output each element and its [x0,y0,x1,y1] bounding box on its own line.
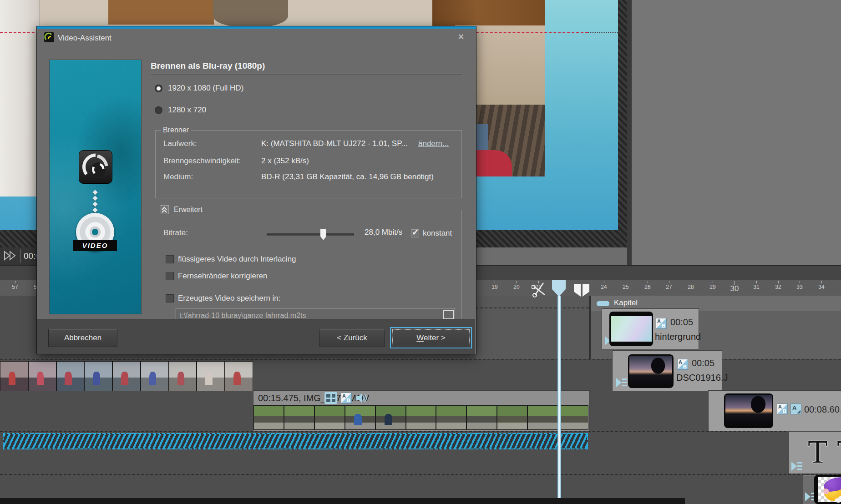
bitrate-value: 28,0 Mbit/s [365,228,402,237]
brenner-row-value: BD-R (23,31 GB Kapazität, ca. 14,96 GB b… [261,172,434,181]
magix-swirl-icon [79,150,112,184]
title-letter-clipped: T [837,435,841,468]
collapse-section-button[interactable] [160,205,169,214]
clip-thumbnail [724,393,773,428]
filmstrip-frame [141,362,168,391]
transport-divider [20,249,21,263]
clip-thumbnail [814,475,841,504]
back-button[interactable]: < Zurück [319,329,385,347]
filmstrip-frame [57,362,84,391]
title-effect-icon[interactable]: A [790,403,801,414]
dialog-heading: Brennen als Blu-ray (1080p) [151,61,265,71]
clip-name: DSC01916.J [676,373,728,383]
resolution-radio-label: 1280 x 720 [168,106,206,115]
scissors-cut-icon[interactable] [532,281,547,298]
option-checkbox-3[interactable] [166,294,174,302]
filmstrip-frame [315,406,345,429]
chapter-marker-label: Kapitel [614,298,638,307]
clip-thumbnail [609,312,653,346]
track-separator [0,474,841,475]
chapter-marker-icon [597,301,609,306]
ruler-tick-label: 31 [753,284,759,290]
filmstrip-frame [406,406,436,429]
ruler-tick-label: 19 [491,284,497,290]
photo-window [0,0,40,197]
ruler-tick-label: 32 [775,284,781,290]
transition-icon[interactable] [790,461,803,472]
close-icon[interactable]: ✕ [454,32,468,44]
brenner-row-label: Laufwerk: [163,139,197,148]
audio-speaker-icon[interactable] [355,393,368,403]
ruler-tick-label: 26 [644,284,650,290]
ruler-tick [517,281,517,283]
track-separator [0,431,841,432]
filmstrip-frame [497,406,527,429]
browse-folder-button[interactable] [443,310,454,319]
save-path-field[interactable]: t:\fahrrad-10 bluray\ganze fahrrad.m2ts [176,308,455,320]
app-logo-icon [44,32,54,42]
option-checkbox-2[interactable] [166,272,174,280]
filmstrip-frame [284,406,314,429]
option-checkbox-label: Erzeugtes Video speichern in: [178,294,281,303]
ruler-tick-label: 57 [12,284,18,290]
resolution-radio-label: 1920 x 1080 (Full HD) [168,84,243,93]
resolution-radio-2[interactable] [155,106,162,114]
filmstrip-frame [225,362,253,391]
tv-safe-area-line-continuation [588,32,620,33]
option-checkbox-1[interactable] [166,255,174,263]
filmstrip-frame [376,406,405,429]
video-disc-banner: VIDEO [73,240,117,251]
ruler-tick [691,281,691,283]
clip-smiley[interactable] [803,475,841,504]
clip-sunset[interactable]: AB A 00:08.60, DS [708,390,841,431]
fast-forward-icon[interactable] [4,250,17,261]
ab-transition-icon[interactable]: AB [656,318,667,329]
clip-img9875[interactable]: 00:15.475, IMG_9875.MOV AB [253,390,590,431]
brenner-row-label: Brenngeschwindigkeit: [163,156,241,166]
cancel-button[interactable]: Abbrechen [48,329,117,347]
ruler-tick [648,281,648,283]
ruler-tick [713,281,713,283]
aendern-link[interactable]: ändern... [418,139,449,148]
clip-duration-label: 00:08.60, DS [804,404,841,415]
clip-dsc01916[interactable]: AB 00:05 DSC01916.J [612,350,722,391]
ab-transition-icon[interactable]: AB [341,393,352,403]
option-checkbox-label: flüssigeres Video durch Interlacing [178,255,296,264]
brenner-row-value: 2 x (352 kB/s) [261,156,309,166]
filmstrip-frame [85,362,112,391]
konstant-checkbox[interactable]: ✓ [411,229,419,237]
photo-person [213,0,288,27]
filmstrip-frame [197,362,224,391]
resolution-radio-1[interactable] [155,85,162,92]
video-frames-icon[interactable] [324,392,337,404]
ab-transition-icon[interactable]: AB [777,403,788,414]
transition-icon[interactable] [615,377,628,388]
clip-title-text[interactable]: T T [788,431,841,474]
brenner-row-label: Medium: [163,172,193,181]
video-assistent-dialog: Video-Assistent ✕ VIDEO Brennen als Blu-… [36,26,476,354]
option-checkbox-label: Fernsehränder korrigieren [178,272,268,281]
bitrate-slider-track[interactable] [267,233,354,236]
ab-transition-icon[interactable]: AB [677,359,688,370]
dialog-accent-bar [37,26,476,29]
ruler-tick [669,281,669,283]
selected-track-range[interactable] [3,433,588,449]
next-button[interactable]: Weiter > [390,327,472,348]
panel-divider[interactable] [627,0,632,265]
clip-filmstrip-kids[interactable] [0,361,253,391]
filmstrip-frame [558,406,588,429]
ruler-tick-label: 28 [688,284,694,290]
ruler-tick-label: 33 [796,284,802,290]
clip-filmstrip-bikes [253,405,588,430]
ruler-tick [15,281,15,283]
filmstrip-frame [254,406,284,429]
ruler-tick [626,281,626,283]
ruler-tick [756,281,757,283]
dialog-title: Video-Assistent [58,34,111,43]
clip-hintergrund[interactable]: AB 00:05 hintergrund [602,308,699,349]
photo-wood-shelf [108,0,214,25]
erweitert-legend: Erweitert [172,206,205,214]
heading-separator [151,74,462,75]
clip-duration: 00:05 [670,317,693,328]
playhead-line[interactable] [557,296,561,504]
